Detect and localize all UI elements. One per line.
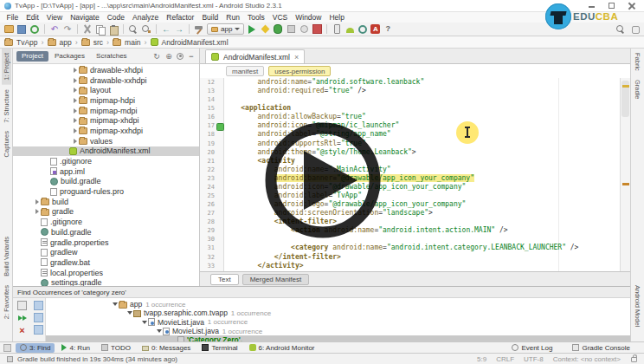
menu-item[interactable]: Help: [325, 13, 348, 22]
code-line[interactable]: 33 </activity>: [200, 262, 630, 270]
run-icon[interactable]: [247, 24, 257, 35]
expand-arrow-icon[interactable]: [71, 128, 79, 133]
tool-window-button[interactable]: 0: Messages: [138, 343, 195, 353]
collapse-all-icon[interactable]: [187, 52, 196, 61]
stop-icon[interactable]: [312, 24, 322, 35]
tree-row[interactable]: layout: [13, 85, 199, 95]
replace-icon[interactable]: [141, 24, 151, 35]
status-bar-widget[interactable]: 5:9: [477, 355, 486, 363]
tree-row[interactable]: drawable-xhdpi: [13, 65, 199, 75]
copy-icon[interactable]: [95, 24, 106, 35]
code-line[interactable]: 15 <application: [200, 104, 630, 113]
editor-view-tab[interactable]: Text: [210, 274, 239, 285]
tool-window-button[interactable]: Terminal: [197, 343, 242, 353]
expand-arrow-icon[interactable]: [71, 98, 79, 103]
find-result-row[interactable]: 'Category Zero',: [46, 335, 630, 341]
breadcrumb-item[interactable]: AndroidManifest.xml: [151, 38, 235, 47]
tool-window-tab[interactable]: 1: Project: [2, 49, 11, 85]
user-icon[interactable]: [632, 26, 640, 34]
tool-window-tab[interactable]: 2: Favorites: [2, 281, 11, 323]
collapse-all-icon[interactable]: [34, 325, 43, 335]
video-play-button[interactable]: [262, 120, 383, 244]
forward-icon[interactable]: [174, 24, 184, 35]
menu-item[interactable]: Window: [292, 13, 325, 22]
status-bar-widget[interactable]: CRLF: [496, 355, 514, 363]
instant-run-icon[interactable]: [261, 25, 269, 34]
sdk-manager-icon[interactable]: [346, 28, 354, 33]
tool-window-button[interactable]: TODO: [97, 343, 135, 353]
expand-arrow-icon[interactable]: [71, 88, 79, 93]
close-icon[interactable]: [17, 325, 27, 335]
pin-icon[interactable]: [17, 301, 27, 310]
expand-arrow-icon[interactable]: [71, 139, 79, 144]
tree-row[interactable]: gradle.properties: [13, 237, 199, 248]
expand-arrow-icon[interactable]: [33, 209, 41, 214]
breadcrumb-item[interactable]: main: [113, 38, 150, 47]
status-bar-widget[interactable]: UTF-8: [524, 355, 544, 363]
paste-icon[interactable]: [108, 24, 119, 35]
refresh-icon[interactable]: [152, 52, 161, 61]
help-icon[interactable]: [383, 24, 393, 35]
tree-row[interactable]: values: [13, 136, 199, 146]
breadcrumb-item[interactable]: TvApp: [4, 38, 48, 47]
run-configuration-dropdown[interactable]: app: [207, 23, 244, 35]
gear-icon[interactable]: [177, 53, 184, 60]
status-bar-icon[interactable]: [7, 356, 13, 362]
expand-arrow-icon[interactable]: [71, 68, 79, 73]
save-icon[interactable]: [17, 25, 26, 34]
tree-row[interactable]: mipmap-xxhdpi: [13, 126, 199, 136]
tool-window-button[interactable]: 6: Android Monitor: [245, 343, 319, 353]
find-result-row[interactable]: MovieList.java 1 occurrence: [46, 318, 630, 327]
tree-row[interactable]: mipmap-mdpi: [13, 106, 199, 116]
code-line[interactable]: 32 </intent-filter>: [200, 253, 630, 262]
close-tab-icon[interactable]: [294, 53, 299, 62]
editor-view-tab[interactable]: Merged Manifest: [242, 274, 310, 285]
menu-item[interactable]: File: [3, 13, 23, 22]
collapse-arrow-icon[interactable]: [126, 311, 133, 315]
tool-window-button[interactable]: Event Log: [507, 343, 557, 353]
make-project-icon[interactable]: [194, 24, 204, 35]
tree-row[interactable]: gradlew: [13, 247, 199, 257]
close-button[interactable]: [628, 2, 635, 10]
tree-row[interactable]: proguard-rules.pro: [13, 186, 199, 197]
tool-window-button[interactable]: 4: Run: [57, 343, 94, 353]
menu-item[interactable]: View: [42, 13, 66, 22]
expand-arrow-icon[interactable]: [33, 199, 41, 205]
tool-window-tab[interactable]: Captures: [2, 127, 11, 161]
tree-row[interactable]: local.properties: [13, 268, 199, 278]
tree-row[interactable]: gradle: [13, 207, 199, 218]
code-line[interactable]: 13 android:required="true" />: [200, 87, 630, 95]
back-icon[interactable]: [161, 24, 171, 35]
tool-window-tab[interactable]: Fabric: [633, 49, 642, 75]
find-result-row[interactable]: tvapp.seraphic.com.tvapp 1 occurrence: [46, 309, 630, 317]
project-panel-tab[interactable]: Scratches: [91, 51, 132, 62]
collapse-arrow-icon[interactable]: [140, 321, 148, 324]
expand-arrow-icon[interactable]: [71, 78, 79, 83]
code-line[interactable]: 14: [200, 95, 630, 104]
tool-window-button[interactable]: Gradle Console: [568, 343, 634, 353]
rerun-search-icon[interactable]: [17, 313, 27, 322]
menu-item[interactable]: Refactor: [163, 13, 198, 22]
editor-scrollbar[interactable]: [620, 78, 630, 271]
menu-item[interactable]: Run: [222, 13, 244, 22]
tree-row[interactable]: gradlew.bat: [13, 257, 199, 268]
open-icon[interactable]: [4, 25, 14, 33]
tree-row[interactable]: settings.gradle: [13, 277, 199, 286]
sync-icon[interactable]: [30, 25, 39, 34]
collapse-arrow-icon[interactable]: [155, 329, 163, 333]
attach-debugger-icon[interactable]: [300, 25, 308, 33]
find-result-row[interactable]: app 1 occurrence: [46, 300, 630, 309]
tool-window-tab[interactable]: Build Variants: [2, 232, 11, 281]
tool-window-tab[interactable]: 7: Structure: [2, 85, 11, 127]
locate-file-icon[interactable]: [164, 52, 173, 61]
tree-row[interactable]: build.gradle: [13, 227, 199, 237]
find-icon[interactable]: [128, 24, 138, 35]
menu-item[interactable]: Tools: [243, 13, 268, 22]
menu-item[interactable]: VCS: [268, 13, 291, 22]
tree-row[interactable]: AndroidManifest.xml: [13, 146, 199, 157]
tree-row[interactable]: mipmap-xhdpi: [13, 115, 199, 126]
expand-arrow-icon[interactable]: [71, 118, 79, 123]
tree-row[interactable]: app.iml: [13, 166, 199, 177]
toggle-tool-buttons-icon[interactable]: [3, 344, 11, 352]
tree-row[interactable]: .gitignore: [13, 217, 199, 227]
